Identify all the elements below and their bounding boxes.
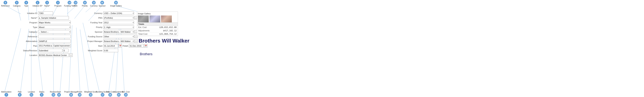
- ext-cost-value: $30,652,652.00: [159, 26, 177, 29]
- currency-badge: 12: [92, 1, 96, 5]
- abbreviation-input[interactable]: [38, 39, 71, 43]
- program-top-group: 3 Program: [54, 1, 62, 7]
- abbreviation-label: Abbreviation: [20, 40, 38, 42]
- svg-line-19: [76, 28, 80, 92]
- program-select[interactable]: Major Works: [38, 21, 71, 24]
- reference-label: Reference: [20, 35, 38, 38]
- category-label: Category: [20, 31, 38, 33]
- plan-input[interactable]: [38, 44, 71, 48]
- category-top-label: Category: [13, 5, 21, 7]
- plan-label: Plan: [20, 45, 38, 47]
- abbreviation-bottom-badge: 7: [4, 93, 8, 97]
- category-select[interactable]: -- Select --: [38, 30, 71, 34]
- reference-top-group: 6 Reference: [1, 1, 10, 7]
- total-cost-bottom-badge: 25: [108, 93, 112, 97]
- brothers-will-walker-title: Brothers Will Walker: [139, 38, 190, 44]
- funding-year-top-group: 14 Funding Year: [64, 1, 75, 7]
- sponsor-badge: 16: [100, 1, 104, 5]
- project-manager-label: Project Manager: [86, 40, 103, 42]
- currency-top-label: Currency: [90, 5, 98, 7]
- pbs-top-group: 13 PBS: [74, 1, 78, 7]
- start-calendar-button[interactable]: 📅: [118, 44, 122, 48]
- name-input[interactable]: [38, 16, 69, 20]
- category-top-group: 5 Category: [13, 1, 21, 7]
- pbs-select[interactable]: (Portfolio): [103, 16, 134, 20]
- sponsor-label: Sponsor: [86, 31, 103, 33]
- revision-bottom-badge: 10: [52, 93, 55, 97]
- top-labels-row: 6 Reference 5 Category 4 Type 1 Initiati…: [0, 0, 644, 8]
- totals-panel: Totals Ext. Cost $30,652,652.00 Adjustme…: [137, 22, 178, 36]
- name-top-group: 2 Name*: [44, 1, 50, 7]
- status-bottom-group: Status 3: [39, 91, 44, 97]
- total-cost-bottom-label: Total Cost: [106, 91, 114, 93]
- type-badge: 4: [24, 1, 28, 5]
- currency-label: Currency: [86, 12, 103, 14]
- initiative-id-label: Initiative ID: [20, 12, 38, 14]
- finish-bottom-group: Finish 20: [77, 91, 82, 97]
- revision-input[interactable]: [63, 49, 68, 52]
- location-bottom-label: Location: [28, 91, 35, 93]
- priority-badge: 15: [83, 1, 87, 5]
- program-badge: 3: [56, 1, 60, 5]
- reference-row: Reference: [20, 35, 72, 38]
- finish-input[interactable]: [129, 44, 144, 48]
- abbreviation-bottom-label: Abbreviation: [1, 91, 12, 93]
- program-top-label: Program: [54, 5, 62, 7]
- start-input[interactable]: [103, 44, 118, 48]
- funding-year-label: Funding Year: [86, 22, 103, 24]
- finish-separator: Finish: [123, 45, 128, 47]
- image-gallery-top-group: 22 Image Gallery: [110, 1, 122, 7]
- weighted-score-input[interactable]: [103, 49, 118, 52]
- priority-select[interactable]: 2. High: [103, 25, 134, 29]
- type-top-group: 4 Type: [24, 1, 28, 7]
- funding-source-select[interactable]: Other: [103, 35, 134, 38]
- ext-cost-row: Ext. Cost $30,652,652.00: [137, 26, 178, 29]
- start-bottom-label: Start: [57, 91, 61, 93]
- finish-bottom-label: Finish: [77, 91, 82, 93]
- adjustments-value: $417,102.12: [163, 30, 177, 32]
- start-bottom-badge: 19: [57, 93, 61, 97]
- name-top-label: Name*: [44, 5, 50, 7]
- project-manager-browse-button[interactable]: ...: [134, 39, 138, 43]
- adjustments-row: Adjustments $417,102.12: [137, 29, 178, 32]
- type-row: Type Mixed: [20, 25, 72, 29]
- project-manager-row: Project Manager Boland Brothers - Will W…: [86, 39, 148, 43]
- plan-bottom-group: Plan 8: [18, 91, 22, 97]
- funding-year-top-label: Funding Year: [64, 5, 75, 7]
- name-label: Name*: [20, 17, 38, 19]
- total-cost-label: Total Cost: [138, 33, 148, 35]
- category-row: Category -- Select --: [20, 30, 72, 34]
- type-top-label: Type: [24, 5, 28, 7]
- funding-year-select[interactable]: 2012: [103, 21, 134, 24]
- location-input[interactable]: [38, 53, 69, 57]
- initiative-id-top-label: Initiative ID*: [32, 5, 42, 7]
- initiative-id-badge: 1: [36, 1, 40, 5]
- status-input[interactable]: [38, 49, 62, 52]
- reference-input[interactable]: [38, 35, 71, 38]
- abbreviation-bottom-group: Abbreviation 7: [1, 91, 12, 97]
- currency-select[interactable]: USD – Dollar (USA): [103, 11, 134, 15]
- image-gallery-title: Image Gallery: [138, 13, 177, 15]
- initiative-id-input[interactable]: [38, 11, 53, 15]
- start-finish-row: Start 📅 Finish 📅: [86, 44, 148, 48]
- start-label: Start: [86, 45, 103, 47]
- weighted-score-bottom-label: Weighted Score: [84, 91, 97, 93]
- project-manager-bottom-label: Project Manager: [64, 91, 78, 93]
- pbs-badge: 13: [74, 1, 78, 5]
- name-badge: 2: [45, 1, 49, 5]
- location-browse-button[interactable]: ...: [69, 53, 72, 57]
- plan-bottom-badge: 8: [18, 93, 22, 97]
- name-row: Name*: [20, 16, 72, 20]
- priority-top-label: Priority: [82, 5, 88, 7]
- total-cost-row: Total Cost $31,069,754.12: [137, 32, 178, 36]
- project-manager-select[interactable]: Boland Brothers - Will Walker: [103, 39, 134, 43]
- revision-bottom-group: Revision 10: [50, 91, 57, 97]
- adjustments-bottom-badge: 24: [117, 93, 120, 97]
- sponsor-top-label: Sponsor: [99, 5, 106, 7]
- status-revision-row: Status/Revision: [20, 49, 72, 52]
- type-select[interactable]: Mixed: [38, 25, 71, 29]
- total-cost-value: $31,069,754.12: [159, 33, 177, 35]
- project-manager-bottom-badge: 18: [69, 93, 73, 97]
- sponsor-select[interactable]: Boland Brothers - Will Walker: [103, 30, 134, 34]
- finish-calendar-button[interactable]: 📅: [144, 44, 148, 48]
